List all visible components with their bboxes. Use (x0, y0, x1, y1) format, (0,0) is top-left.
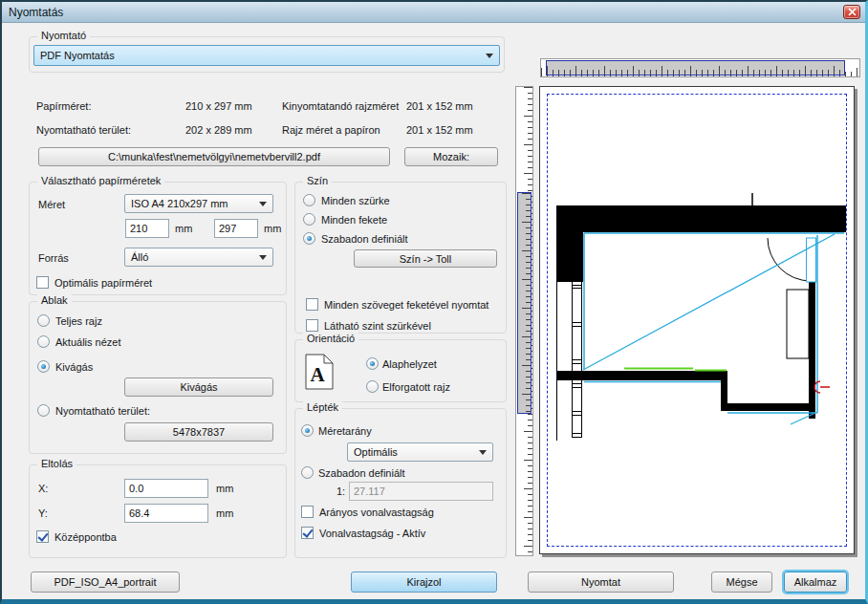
wall-top (556, 205, 846, 232)
offset-group-label: Eltolás (37, 458, 76, 469)
file-path-button[interactable]: C:\munka\fest\nemetvölgyi\nemetvbervill2… (38, 147, 390, 166)
chevron-down-icon (259, 255, 267, 260)
close-icon (848, 7, 857, 18)
printable-area-radio[interactable] (37, 404, 50, 417)
paper-width-input[interactable]: 210 (125, 219, 169, 238)
printable-size-button[interactable]: 5478x7837 (124, 422, 273, 442)
paper-size-select-value: ISO A4 210x297 mm (131, 198, 228, 209)
lineweight-active-label: Vonalvastagság - Aktív (319, 528, 425, 539)
optimal-paper-label: Optimális papírméret (54, 277, 152, 289)
clip-button[interactable]: Kivágás (124, 378, 273, 397)
paper-source-select[interactable]: Álló (124, 248, 273, 267)
scale-group-label: Lépték (303, 401, 342, 413)
text-black-label: Minden szöveget feketével nyomtat (324, 299, 488, 311)
orientation-rotated-label: Elforgatott rajz (382, 381, 450, 393)
scale-custom-label: Szabadon definiált (318, 467, 405, 479)
all-black-label: Minden fekete (321, 214, 387, 226)
window-title: Nyomtatás (2, 6, 63, 19)
clip-radio[interactable] (37, 360, 50, 373)
door-arc (768, 238, 811, 281)
paper-source-select-value: Álló (131, 251, 148, 263)
draw-button[interactable]: Kirajzol (351, 572, 497, 593)
proportional-lineweight-checkbox[interactable] (301, 506, 314, 518)
cancel-button[interactable]: Mégse (711, 572, 772, 593)
paper-height-input[interactable]: 297 (214, 219, 258, 238)
chevron-down-icon (479, 450, 487, 455)
text-black-checkbox[interactable] (306, 298, 318, 311)
scale-custom-radio[interactable] (301, 466, 314, 479)
drawing-size-label: Kinyomtatandó rajzméret (282, 100, 399, 112)
printer-select-value: PDF Nyomtatás (40, 50, 115, 61)
proportional-lineweight-label: Arányos vonalvastagság (319, 507, 434, 518)
custom-color-radio[interactable] (303, 232, 315, 245)
offset-y-unit: mm (216, 507, 233, 519)
center-checkbox[interactable] (36, 530, 49, 543)
printable-area-label: Nyomtatható terület: (36, 124, 131, 136)
offset-x-label: X: (38, 483, 48, 494)
printable-area-option-label: Nyomtatható terület: (55, 405, 150, 417)
paper-size-label: Papírméret: (36, 100, 91, 112)
drawing-on-paper-value: 201 x 152 mm (406, 124, 473, 136)
svg-text:A: A (310, 363, 325, 386)
drawing-size-value: 201 x 152 mm (406, 100, 473, 112)
all-gray-radio[interactable] (303, 194, 315, 206)
window-crossbars (572, 286, 582, 438)
vertical-ruler (515, 86, 533, 556)
floorplan-preview (540, 87, 856, 555)
furniture-rect (787, 290, 809, 358)
full-drawing-label: Teljes rajz (55, 315, 102, 327)
print-button[interactable]: Nyomtat (528, 572, 674, 593)
paper-size-value: 210 x 297 mm (185, 100, 252, 112)
scale-ratio-select[interactable]: Optimális (347, 442, 493, 462)
paper-size-field-label: Méret (38, 199, 65, 210)
green-marker-lines (624, 369, 727, 371)
offset-y-input[interactable]: 68.4 (124, 504, 208, 523)
center-label: Középpontba (54, 531, 117, 543)
optimal-paper-checkbox[interactable] (36, 276, 49, 289)
orientation-group-label: Orientáció (303, 333, 358, 344)
current-view-radio[interactable] (37, 335, 50, 348)
orientation-default-radio[interactable] (366, 357, 379, 370)
full-drawing-radio[interactable] (37, 314, 50, 327)
all-black-radio[interactable] (303, 213, 315, 226)
clip-label: Kivágás (55, 361, 93, 373)
scale-custom-prefix: 1: (336, 485, 345, 497)
window-frame-lines (557, 282, 582, 441)
chevron-down-icon (486, 54, 493, 58)
mosaic-button[interactable]: Mozaik: (404, 147, 498, 166)
window-area-group-label: Ablak (37, 294, 72, 306)
scale-custom-input[interactable]: 27.117 (349, 482, 493, 501)
print-dialog: Nyomtatás Nyomtató PDF Nyomtatás Papírmé… (0, 0, 868, 604)
paper-width-unit: mm (175, 223, 192, 234)
wall-bottom (721, 403, 815, 411)
current-view-label: Aktuális nézet (55, 336, 120, 348)
offset-x-input[interactable]: 0.0 (124, 479, 208, 498)
wall-left (556, 232, 583, 282)
horizontal-ruler (540, 58, 860, 77)
drawing-on-paper-label: Rajz méret a papíron (282, 124, 380, 136)
portrait-page-icon: A (305, 354, 334, 392)
all-gray-label: Minden szürke (321, 195, 390, 206)
horizontal-print-range-handle[interactable] (546, 60, 845, 76)
paper-height-unit: mm (264, 223, 281, 234)
scale-ratio-radio[interactable] (301, 424, 314, 437)
scale-ratio-label: Méretarány (318, 425, 372, 437)
orientation-rotated-radio[interactable] (366, 380, 379, 393)
paper-size-select[interactable]: ISO A4 210x297 mm (124, 194, 273, 213)
visible-gray-checkbox[interactable] (306, 319, 318, 332)
titlebar[interactable]: Nyomtatás (2, 2, 865, 23)
custom-color-label: Szabadon definiált (321, 233, 408, 245)
color-group-label: Szín (303, 175, 332, 186)
printer-select[interactable]: PDF Nyomtatás (33, 45, 500, 66)
orientation-default-label: Alaphelyzet (382, 358, 437, 370)
lineweight-active-checkbox[interactable] (301, 527, 314, 539)
vertical-print-range-handle[interactable] (517, 192, 532, 414)
chevron-down-icon (259, 202, 267, 206)
print-preview-page[interactable] (539, 86, 855, 554)
wall-right (809, 282, 815, 419)
scale-ratio-select-value: Optimális (354, 446, 398, 458)
color-to-pen-button[interactable]: Szín -> Toll (354, 249, 497, 268)
preset-button[interactable]: PDF_ISO_A4_portrait (31, 572, 180, 593)
apply-button[interactable]: Alkalmaz (784, 572, 847, 593)
close-button[interactable] (843, 5, 860, 19)
